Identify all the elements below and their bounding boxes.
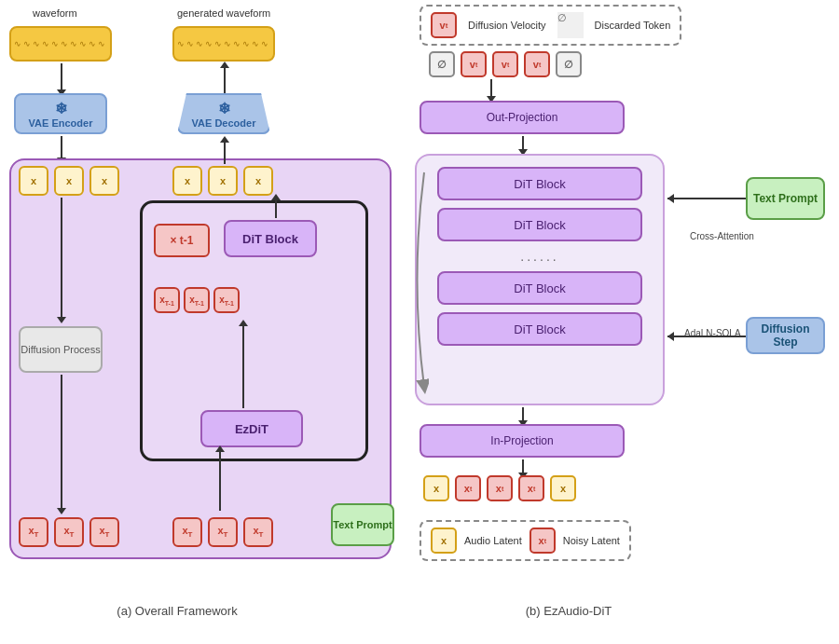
arrowhead-inner <box>239 320 248 326</box>
dit-dots: ...... <box>520 249 558 264</box>
dit-block-2: DiT Block <box>437 208 642 241</box>
xt1-top-box: × t-1 <box>154 224 210 257</box>
arrowhead-xt <box>57 508 66 514</box>
waveform-box-left: ∿∿∿∿∿∿∿∿∿∿ <box>9 26 112 62</box>
text-prompt-box-left: Text Prompt <box>331 503 394 546</box>
top-legend: vt Diffusion Velocity ∅ Discarded Token <box>420 5 681 46</box>
arrowhead-vae-dec <box>220 136 229 143</box>
dit-block-1: DiT Block <box>437 167 642 200</box>
dit-block-4: DiT Block <box>437 312 642 346</box>
dit-stack-bg: DiT Block DiT Block ...... DiT Block DiT… <box>415 154 665 405</box>
xt-tokens-left: xT xT xT <box>19 517 119 547</box>
out-projection-box: Out-Projection <box>420 101 625 134</box>
vae-decoder-box: ❄ VAE Decoder <box>177 93 270 134</box>
ezdit-top-box: DiT Block <box>224 220 317 257</box>
arrow-latent-diff <box>61 198 62 319</box>
bottom-legend: x Audio Latent xt Noisy Latent <box>420 520 631 561</box>
text-prompt-right: Text Prompt <box>746 177 825 220</box>
arrowhead-up-1 <box>220 62 229 68</box>
dit-loop-arrow <box>406 154 429 405</box>
dit-block-3: DiT Block <box>437 271 642 305</box>
arrow-ezdit-bottom-top <box>242 322 244 408</box>
left-caption: (a) Overall Framework <box>47 604 308 618</box>
arrow-enc-latent <box>61 136 62 159</box>
arrowhead-diff <box>57 317 66 323</box>
xt-tokens-right: xT xT xT <box>172 517 273 547</box>
gen-waveform-label: generated waveform <box>177 7 270 19</box>
bottom-token-row: x xt xt xt x <box>423 475 576 501</box>
velocity-token-row: ∅ vt vt vt ∅ <box>429 51 582 77</box>
waveform-box-right: ∿∿∿∿∿∿∿∿∿∿ <box>172 26 275 62</box>
x-tokens-left: x x x <box>19 166 119 196</box>
arrow-tok-outproj <box>490 79 492 98</box>
arrowhead-ezdit <box>215 445 225 452</box>
diffusion-step-box: Diffusion Step <box>746 317 825 354</box>
vae-encoder-box: ❄ VAE Encoder <box>14 93 107 134</box>
diffusion-process-box: Diffusion Process <box>19 326 103 373</box>
waveform-label: waveform <box>33 7 77 19</box>
xt1-tokens-inner: xT-1 xT-1 xT-1 <box>154 287 240 313</box>
arrow-textprompt-dit <box>667 198 746 199</box>
x-tokens-right: x x x <box>172 166 273 196</box>
arrowhead-textprompt <box>667 194 674 203</box>
in-projection-box: In-Projection <box>420 424 625 458</box>
arrow-diff-xt <box>61 375 62 510</box>
arrow-diffstep-dit <box>667 336 746 337</box>
arrowhead-diffstep <box>667 332 674 341</box>
cross-attention-label: Cross-Attention <box>690 231 754 241</box>
arrow-waveform-vae-enc <box>61 63 62 91</box>
ezdit-bottom-box: EzDiT <box>200 410 303 447</box>
arrowhead-xlatent <box>271 194 281 200</box>
right-caption: (b) EzAudio-DiT <box>447 604 690 618</box>
arrow-xt-ezdit <box>219 447 221 511</box>
